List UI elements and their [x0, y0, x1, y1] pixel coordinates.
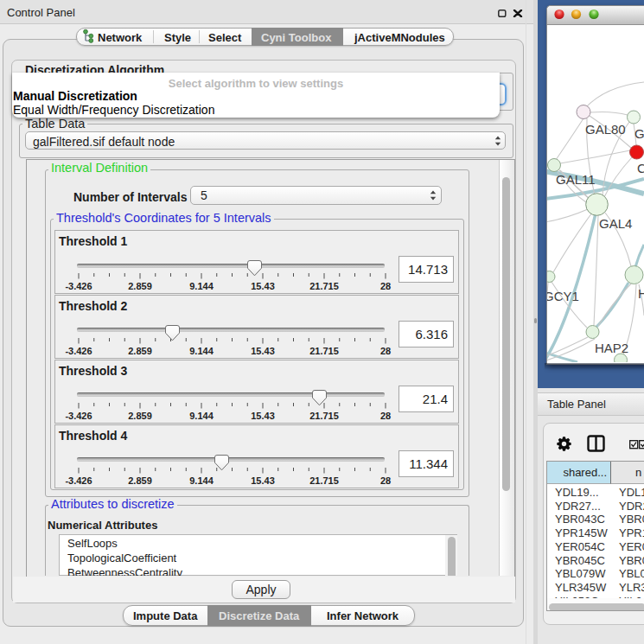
- svg-text:C: C: [637, 161, 644, 175]
- svg-text:GAL4: GAL4: [599, 216, 632, 231]
- svg-text:H: H: [638, 286, 644, 301]
- svg-text:GA: GA: [634, 126, 644, 141]
- svg-text:HAP2: HAP2: [595, 341, 628, 355]
- svg-text:GCY1: GCY1: [547, 289, 579, 303]
- svg-text:GAL11: GAL11: [556, 172, 596, 187]
- svg-text:GAL80: GAL80: [585, 122, 626, 137]
